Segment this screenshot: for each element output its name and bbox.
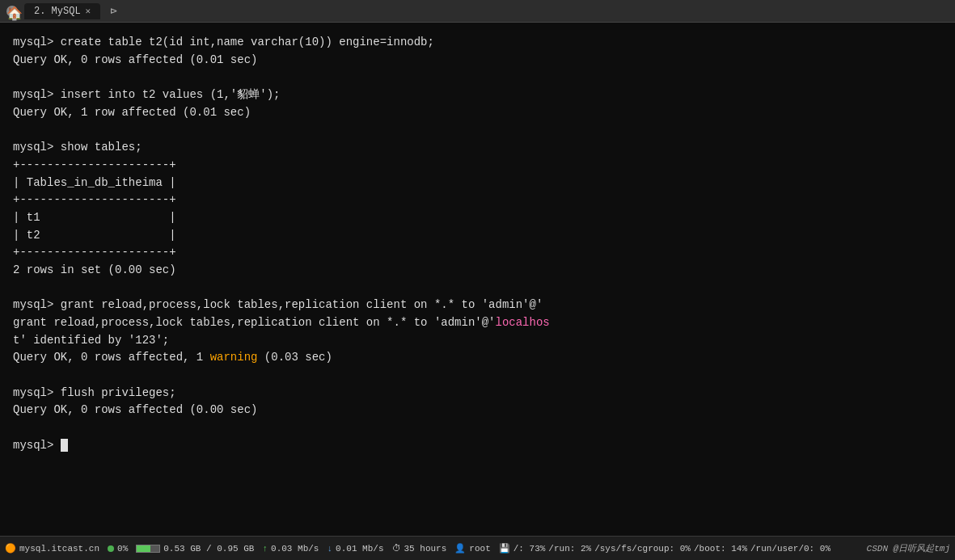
terminal-line: | Tables_in_db_itheima | [13, 175, 942, 192]
terminal-line: +----------------------+ [13, 244, 942, 262]
status-user: 👤 root [454, 543, 490, 554]
tab-close-icon[interactable]: ✕ [86, 6, 91, 16]
terminal-line: | t1 | [13, 209, 942, 227]
upload-speed: 0.03 Mb/s [271, 544, 319, 554]
percent-value: 0% [117, 544, 128, 554]
tab-label: 2. MySQL [34, 6, 81, 17]
download-speed: 0.01 Mb/s [336, 544, 383, 554]
terminal-line [13, 280, 942, 297]
terminal-line: | t2 | [13, 227, 942, 245]
status-dot-icon [108, 545, 114, 552]
status-percent: 0% [108, 544, 128, 554]
terminal-line: mysql> show tables; [13, 139, 942, 157]
status-download: ↓ 0.01 Mb/s [327, 544, 383, 554]
terminal-line: mysql> flush privileges; [13, 385, 942, 402]
terminal-line: mysql> grant reload,process,lock tables,… [13, 297, 942, 314]
status-hours: ⏱ 35 hours [392, 543, 447, 554]
terminal-line: mysql> create table t2(id int,name varch… [13, 34, 942, 52]
terminal-line: +----------------------+ [13, 192, 942, 209]
disk4-value: /boot: 14% [694, 544, 747, 554]
terminal-line [13, 121, 942, 139]
terminal-line: t' identified by '123'; [13, 332, 942, 350]
disk5-value: /run/user/0: 0% [750, 544, 830, 554]
statusbar: 🟠 mysql.itcast.cn 0% 0.53 GB / 0.95 GB ↑… [0, 536, 955, 560]
terminal-line: mysql> insert into t2 values (1,'貂蝉'); [13, 86, 942, 104]
upload-icon: ↑ [262, 544, 268, 554]
status-upload: ↑ 0.03 Mb/s [262, 544, 319, 554]
hours-icon: ⏱ [392, 543, 401, 554]
status-memory: 0.53 GB / 0.95 GB [136, 544, 254, 554]
home-button[interactable]: 🏠 [6, 6, 18, 17]
memory-value: 0.53 GB / 0.95 GB [163, 544, 254, 554]
terminal-line [13, 69, 942, 86]
titlebar: 🏠 2. MySQL ✕ ⊳ [0, 0, 955, 23]
terminal-line: Query OK, 0 rows affected (0.00 sec) [13, 402, 942, 419]
download-icon: ↓ [327, 544, 332, 554]
memory-bar [136, 545, 160, 553]
nav-arrow-icon[interactable]: ⊳ [110, 4, 116, 18]
terminal-line: 2 rows in set (0.00 sec) [13, 262, 942, 280]
disk1-value: /: 73% [513, 544, 546, 554]
app-icon: 🟠 [5, 543, 16, 554]
terminal-line [13, 367, 942, 385]
user-icon: 👤 [454, 543, 466, 554]
terminal-line: Query OK, 1 row affected (0.01 sec) [13, 104, 942, 122]
terminal-line: Query OK, 0 rows affected (0.01 sec) [13, 52, 942, 69]
terminal-window: mysql> create table t2(id int,name varch… [0, 23, 955, 536]
user-value: root [469, 544, 490, 554]
terminal-output[interactable]: mysql> create table t2(id int,name varch… [13, 34, 942, 529]
hours-value: 35 hours [404, 544, 447, 554]
terminal-line: +----------------------+ [13, 157, 942, 175]
disk2-value: /run: 2% [548, 544, 591, 554]
terminal-tab[interactable]: 2. MySQL ✕ [24, 3, 100, 19]
terminal-line: Query OK, 0 rows affected, 1 warning (0.… [13, 349, 942, 367]
status-app: 🟠 mysql.itcast.cn [5, 543, 99, 554]
terminal-cursor [61, 439, 68, 452]
app-name: mysql.itcast.cn [19, 544, 99, 554]
disk3-value: /sys/fs/cgroup: 0% [594, 544, 691, 554]
brand-label: CSDN @日听风起tmj [867, 542, 950, 554]
status-disk: 💾 /: 73% /run: 2% /sys/fs/cgroup: 0% /bo… [499, 543, 830, 554]
terminal-line: grant reload,process,lock tables,replica… [13, 314, 942, 332]
terminal-line: mysql> [13, 437, 942, 455]
terminal-line [13, 419, 942, 437]
disk-icon: 💾 [499, 543, 510, 554]
